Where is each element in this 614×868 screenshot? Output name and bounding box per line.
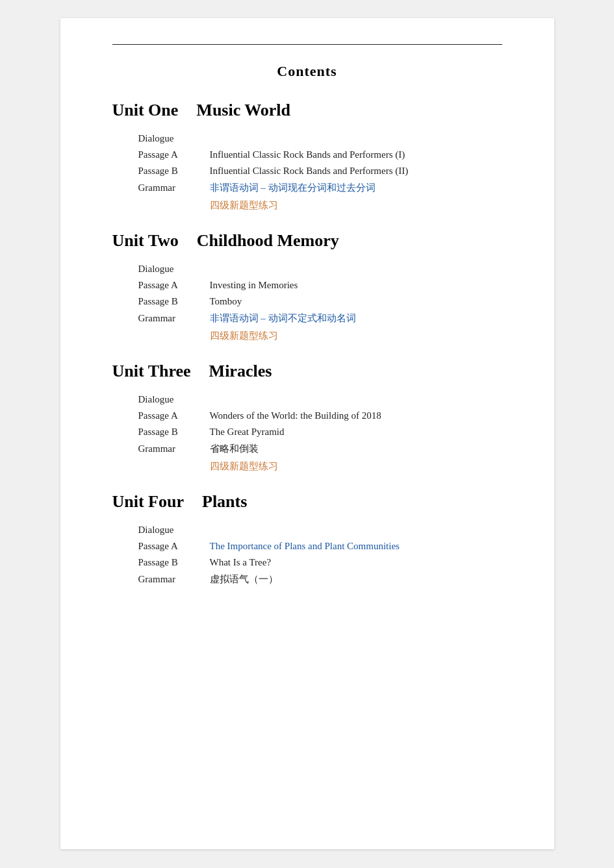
unit-title-unit-four: Plants (202, 492, 247, 511)
row-label-unit-four-2: Passage B (138, 557, 210, 568)
unit-label-unit-one: Unit One (112, 101, 179, 119)
content-row-unit-two-2: Passage BTomboy (138, 296, 502, 307)
row-text-unit-four-3: 虚拟语气（一） (210, 573, 278, 586)
row-text-unit-two-2: Tomboy (210, 296, 242, 307)
content-row-unit-three-4: 四级新题型练习 (138, 460, 502, 473)
row-text-unit-one-2: Influential Classic Rock Bands and Perfo… (210, 166, 409, 177)
content-row-unit-one-1: Passage AInfluential Classic Rock Bands … (138, 149, 502, 160)
row-label-unit-three-2: Passage B (138, 427, 210, 438)
row-text-unit-four-1[interactable]: The Importance of Plans and Plant Commun… (210, 541, 400, 552)
content-row-unit-one-2: Passage BInfluential Classic Rock Bands … (138, 166, 502, 177)
unit-title-unit-three: Miracles (209, 362, 272, 380)
row-label-unit-two-2: Passage B (138, 296, 210, 307)
row-text-unit-one-1: Influential Classic Rock Bands and Perfo… (210, 149, 405, 160)
row-text-unit-two-4[interactable]: 四级新题型练习 (210, 330, 278, 342)
row-text-unit-four-2: What Is a Tree? (210, 557, 272, 568)
units-container: Unit OneMusic WorldDialoguePassage AInfl… (112, 101, 502, 586)
unit-title-unit-one: Music World (196, 101, 290, 119)
unit-content-unit-three: DialoguePassage AWonders of the World: t… (138, 394, 502, 473)
row-text-unit-three-2: The Great Pyramid (210, 427, 285, 438)
content-row-unit-two-4: 四级新题型练习 (138, 330, 502, 342)
unit-heading-unit-two: Unit TwoChildhood Memory (112, 231, 502, 251)
row-label-unit-two-3: Grammar (138, 313, 210, 324)
content-row-unit-three-2: Passage BThe Great Pyramid (138, 427, 502, 438)
unit-section-unit-three: Unit ThreeMiraclesDialoguePassage AWonde… (112, 362, 502, 473)
row-label-unit-four-3: Grammar (138, 574, 210, 585)
row-label-unit-two-1: Passage A (138, 280, 210, 291)
row-text-unit-three-4[interactable]: 四级新题型练习 (210, 460, 278, 473)
unit-content-unit-four: DialoguePassage AThe Importance of Plans… (138, 525, 502, 586)
row-label-unit-four-0: Dialogue (138, 525, 210, 536)
unit-label-unit-four: Unit Four (112, 492, 185, 511)
row-label-unit-three-3: Grammar (138, 443, 210, 454)
row-text-unit-two-1: Investing in Memories (210, 280, 298, 291)
row-label-unit-three-0: Dialogue (138, 394, 210, 405)
content-row-unit-three-3: Grammar省略和倒装 (138, 443, 502, 455)
unit-heading-unit-one: Unit OneMusic World (112, 101, 502, 120)
content-row-unit-one-0: Dialogue (138, 133, 502, 144)
row-label-unit-one-0: Dialogue (138, 133, 210, 144)
row-text-unit-one-3[interactable]: 非谓语动词 – 动词现在分词和过去分词 (210, 182, 376, 194)
row-label-unit-three-1: Passage A (138, 410, 210, 421)
row-label-unit-one-1: Passage A (138, 149, 210, 160)
unit-heading-unit-four: Unit FourPlants (112, 492, 502, 512)
unit-section-unit-two: Unit TwoChildhood MemoryDialoguePassage … (112, 231, 502, 342)
content-row-unit-four-0: Dialogue (138, 525, 502, 536)
row-text-unit-three-1: Wonders of the World: the Building of 20… (210, 410, 381, 421)
unit-content-unit-one: DialoguePassage AInfluential Classic Roc… (138, 133, 502, 212)
unit-label-unit-two: Unit Two (112, 231, 179, 250)
top-divider (112, 44, 502, 45)
unit-label-unit-three: Unit Three (112, 362, 191, 380)
unit-title-unit-two: Childhood Memory (197, 231, 339, 250)
unit-content-unit-two: DialoguePassage AInvesting in MemoriesPa… (138, 264, 502, 342)
row-label-unit-one-3: Grammar (138, 182, 210, 193)
page-title: Contents (112, 63, 502, 80)
row-label-unit-two-0: Dialogue (138, 264, 210, 275)
row-label-unit-four-1: Passage A (138, 541, 210, 552)
content-row-unit-four-2: Passage BWhat Is a Tree? (138, 557, 502, 568)
content-row-unit-one-4: 四级新题型练习 (138, 199, 502, 212)
unit-section-unit-four: Unit FourPlantsDialoguePassage AThe Impo… (112, 492, 502, 586)
content-row-unit-one-3: Grammar非谓语动词 – 动词现在分词和过去分词 (138, 182, 502, 194)
content-row-unit-two-1: Passage AInvesting in Memories (138, 280, 502, 291)
content-row-unit-four-3: Grammar虚拟语气（一） (138, 573, 502, 586)
row-text-unit-two-3[interactable]: 非谓语动词 – 动词不定式和动名词 (210, 312, 356, 325)
content-row-unit-three-0: Dialogue (138, 394, 502, 405)
row-text-unit-three-3: 省略和倒装 (210, 443, 259, 455)
row-text-unit-one-4[interactable]: 四级新题型练习 (210, 199, 278, 212)
content-row-unit-two-3: Grammar非谓语动词 – 动词不定式和动名词 (138, 312, 502, 325)
content-row-unit-two-0: Dialogue (138, 264, 502, 275)
unit-heading-unit-three: Unit ThreeMiracles (112, 362, 502, 381)
row-label-unit-one-2: Passage B (138, 166, 210, 177)
content-row-unit-three-1: Passage AWonders of the World: the Build… (138, 410, 502, 421)
unit-section-unit-one: Unit OneMusic WorldDialoguePassage AInfl… (112, 101, 502, 212)
page-container: Contents Unit OneMusic WorldDialoguePass… (60, 18, 554, 849)
content-row-unit-four-1: Passage AThe Importance of Plans and Pla… (138, 541, 502, 552)
